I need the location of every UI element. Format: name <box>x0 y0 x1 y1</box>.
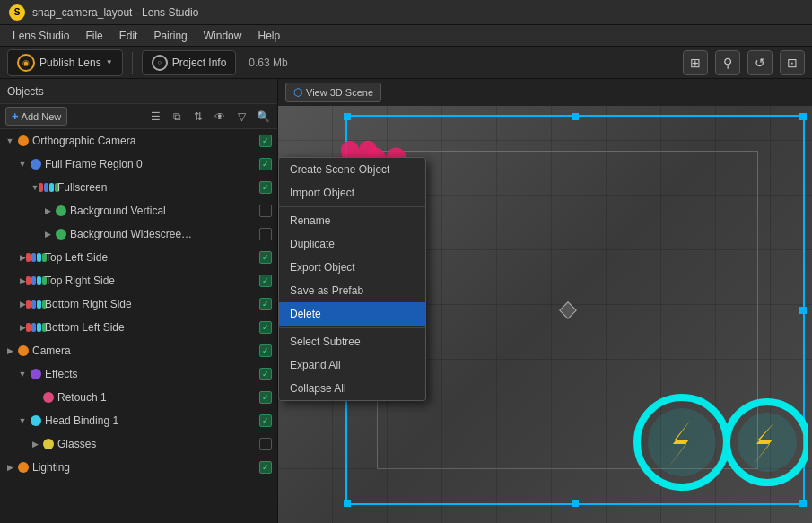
tree-check[interactable]: ✓ <box>259 321 272 334</box>
tree-arrow[interactable]: ▶ <box>29 438 41 450</box>
tree-item-bottom-left[interactable]: ▶ Bottom Left Side ✓ <box>0 316 277 339</box>
tree-item-orthographic-camera[interactable]: ▼ Orthographic Camera ✓ <box>0 129 277 153</box>
toolbar: ◉ Publish Lens ▼ ○ Project Info 0.63 Mb … <box>0 47 812 79</box>
publish-lens-button[interactable]: ◉ Publish Lens ▼ <box>7 49 123 76</box>
tree-label: Lighting <box>32 461 259 474</box>
tree-label: Full Frame Region 0 <box>45 158 259 170</box>
menu-pairing[interactable]: Pairing <box>146 28 194 44</box>
tree-check[interactable]: ✓ <box>259 344 272 357</box>
tree-item-bottom-right[interactable]: ▶ Bottom Right Side ✓ <box>0 292 277 316</box>
tree-check[interactable] <box>259 228 272 240</box>
tree-check[interactable]: ✓ <box>259 275 272 287</box>
ctx-rename[interactable]: Rename <box>279 209 425 232</box>
tree-item-bg-vertical[interactable]: ▶ Background Vertical <box>0 199 277 222</box>
toolbar-icon-2[interactable]: ⚲ <box>715 50 740 75</box>
toolbar-divider <box>132 52 133 74</box>
menu-file[interactable]: File <box>78 28 109 44</box>
tree-label: Top Right Side <box>45 275 259 287</box>
tree-arrow[interactable]: ▼ <box>16 368 29 380</box>
tree-arrow[interactable]: ▶ <box>41 228 54 240</box>
tree-check[interactable]: ✓ <box>259 298 272 310</box>
sel-corner-tl <box>344 113 351 120</box>
filter-icon[interactable]: ▽ <box>232 108 250 126</box>
tree-arrow[interactable]: ▶ <box>4 344 16 357</box>
list-view-icon[interactable]: ☰ <box>146 108 164 126</box>
tree-arrow[interactable]: ▶ <box>4 461 16 474</box>
sel-mid-right <box>799 307 807 314</box>
tree-item-top-left[interactable]: ▶ Top Left Side ✓ <box>0 246 277 269</box>
ctx-delete[interactable]: Delete <box>279 302 425 326</box>
tree-icon-orange <box>16 134 31 148</box>
tree-arrow[interactable]: ▼ <box>4 135 16 147</box>
tree-check[interactable]: ✓ <box>259 158 272 170</box>
tree-label: Head Binding 1 <box>45 414 259 427</box>
menu-edit[interactable]: Edit <box>112 28 145 44</box>
tree-icon-green2 <box>54 227 68 241</box>
menu-window[interactable]: Window <box>196 28 249 44</box>
tree-label: Background Widescree… <box>70 228 259 240</box>
tree-icon-green <box>54 204 68 218</box>
tree-label: Camera <box>32 344 259 357</box>
tree-check[interactable]: ✓ <box>259 391 272 404</box>
tree-check[interactable]: ✓ <box>259 135 272 147</box>
toolbar-icon-1[interactable]: ⊞ <box>683 50 708 75</box>
tree-item-glasses[interactable]: ▶ Glasses <box>0 432 277 456</box>
ctx-create-scene-object[interactable]: Create Scene Object <box>279 158 425 181</box>
objects-toolbar: + Add New ☰ ⧉ ⇅ 👁 ▽ 🔍 <box>0 104 277 129</box>
toolbar-icon-3[interactable]: ↺ <box>747 50 773 75</box>
layer-icon[interactable]: ⧉ <box>168 108 186 126</box>
publish-dropdown-arrow[interactable]: ▼ <box>106 58 113 66</box>
tree-item-retouch[interactable]: ▶ Retouch 1 ✓ <box>0 386 277 409</box>
tree-icon-purple <box>29 367 43 381</box>
main-area: Objects + Add New ☰ ⧉ ⇅ 👁 ▽ 🔍 ▼ Orthogra… <box>0 79 812 523</box>
tree-check[interactable]: ✓ <box>259 461 272 474</box>
add-new-button[interactable]: + Add New <box>5 107 67 126</box>
tree-check[interactable] <box>259 438 272 450</box>
tree-item-top-right[interactable]: ▶ Top Right Side ✓ <box>0 269 277 292</box>
tree-item-full-frame[interactable]: ▼ Full Frame Region 0 ✓ <box>0 153 277 176</box>
objects-list: ▼ Orthographic Camera ✓ ▼ Full Frame Reg… <box>0 129 277 523</box>
ctx-save-as-prefab[interactable]: Save as Prefab <box>279 279 425 302</box>
project-info-button[interactable]: ○ Project Info <box>142 50 237 75</box>
tree-check[interactable]: ✓ <box>259 414 272 427</box>
tree-item-lighting[interactable]: ▶ Lighting ✓ <box>0 456 277 479</box>
ctx-duplicate[interactable]: Duplicate <box>279 232 425 256</box>
eye-icon[interactable]: 👁 <box>211 108 229 126</box>
tree-check[interactable]: ✓ <box>259 251 272 264</box>
tree-item-head-binding[interactable]: ▼ Head Binding 1 ✓ <box>0 409 277 432</box>
tree-check[interactable]: ✓ <box>259 181 272 194</box>
ctx-export-object[interactable]: Export Object <box>279 256 425 279</box>
search-icon[interactable]: 🔍 <box>254 108 272 126</box>
toolbar-icon-4[interactable]: ⊡ <box>780 50 805 75</box>
objects-title: Objects <box>7 85 44 98</box>
ctx-select-subtree[interactable]: Select Subtree <box>279 330 425 353</box>
ctx-expand-all[interactable]: Expand All <box>279 353 425 377</box>
tree-arrow[interactable]: ▼ <box>16 158 29 170</box>
tree-check[interactable]: ✓ <box>259 368 272 380</box>
tree-item-bg-widescreen[interactable]: ▶ Background Widescree… <box>0 222 277 246</box>
ctx-collapse-all[interactable]: Collapse All <box>279 377 425 400</box>
view-3d-button[interactable]: ⬡ View 3D Scene <box>285 83 381 102</box>
sort-icon[interactable]: ⇅ <box>189 108 207 126</box>
viewport-toolbar: ⬡ View 3D Scene <box>278 79 812 106</box>
app-icon: S <box>9 4 25 21</box>
tree-icon-orange3 <box>16 460 31 475</box>
sel-mid-top <box>572 113 579 120</box>
tree-label: Background Vertical <box>70 205 259 217</box>
menu-help[interactable]: Help <box>250 28 287 44</box>
tree-icon-blue <box>29 157 43 171</box>
tree-check[interactable] <box>259 205 272 217</box>
ctx-import-object[interactable]: Import Object <box>279 181 425 205</box>
menu-lensstudio[interactable]: Lens Studio <box>5 28 76 44</box>
sel-corner-tr <box>799 113 807 120</box>
tree-item-effects[interactable]: ▼ Effects ✓ <box>0 362 277 386</box>
objects-panel: Objects + Add New ☰ ⧉ ⇅ 👁 ▽ 🔍 ▼ Orthogra… <box>0 79 278 523</box>
publish-icon: ◉ <box>17 54 35 72</box>
tree-icon-yellow <box>41 437 56 451</box>
tree-item-camera[interactable]: ▶ Camera ✓ <box>0 339 277 362</box>
tree-icon-multi <box>41 180 56 195</box>
tree-arrow[interactable]: ▼ <box>16 414 29 427</box>
glasses-svg <box>628 388 808 496</box>
tree-arrow[interactable]: ▶ <box>41 205 54 217</box>
tree-item-fullscreen[interactable]: ▼ Fullscreen ✓ <box>0 176 277 199</box>
